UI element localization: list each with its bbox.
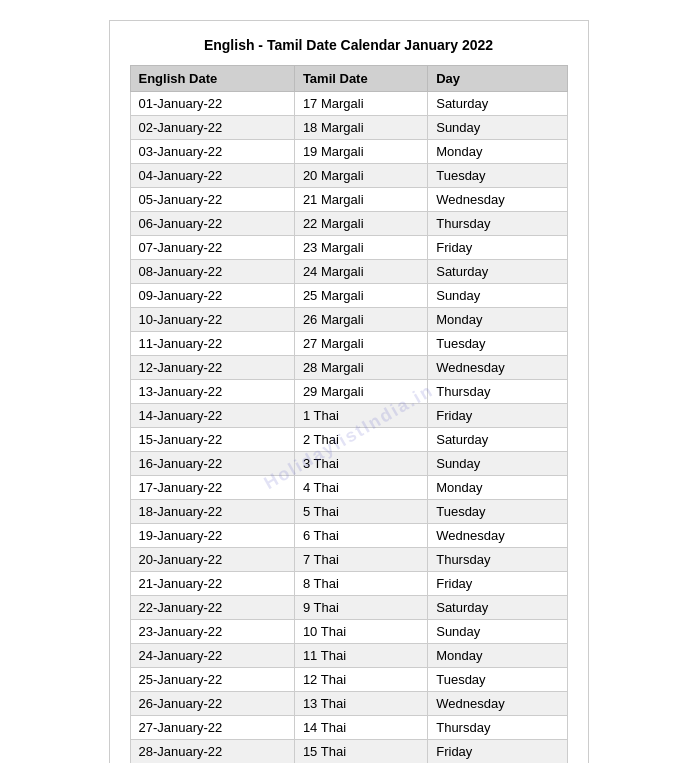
table-row: 04-January-2220 MargaliTuesday — [130, 164, 567, 188]
calendar-title: English - Tamil Date Calendar January 20… — [130, 37, 568, 53]
cell-22-1: 10 Thai — [294, 620, 427, 644]
table-row: 18-January-225 ThaiTuesday — [130, 500, 567, 524]
cell-15-2: Sunday — [428, 452, 567, 476]
cell-21-1: 9 Thai — [294, 596, 427, 620]
table-row: 23-January-2210 ThaiSunday — [130, 620, 567, 644]
cell-18-2: Wednesday — [428, 524, 567, 548]
cell-17-0: 18-January-22 — [130, 500, 294, 524]
table-row: 06-January-2222 MargaliThursday — [130, 212, 567, 236]
cell-27-2: Friday — [428, 740, 567, 764]
cell-21-0: 22-January-22 — [130, 596, 294, 620]
table-row: 15-January-222 ThaiSaturday — [130, 428, 567, 452]
table-row: 12-January-2228 MargaliWednesday — [130, 356, 567, 380]
cell-2-0: 03-January-22 — [130, 140, 294, 164]
cell-5-0: 06-January-22 — [130, 212, 294, 236]
table-row: 09-January-2225 MargaliSunday — [130, 284, 567, 308]
cell-11-1: 28 Margali — [294, 356, 427, 380]
cell-8-1: 25 Margali — [294, 284, 427, 308]
cell-20-2: Friday — [428, 572, 567, 596]
cell-23-1: 11 Thai — [294, 644, 427, 668]
cell-5-2: Thursday — [428, 212, 567, 236]
table-row: 17-January-224 ThaiMonday — [130, 476, 567, 500]
table-row: 22-January-229 ThaiSaturday — [130, 596, 567, 620]
table-row: 24-January-2211 ThaiMonday — [130, 644, 567, 668]
cell-24-2: Tuesday — [428, 668, 567, 692]
cell-18-1: 6 Thai — [294, 524, 427, 548]
cell-8-0: 09-January-22 — [130, 284, 294, 308]
cell-16-1: 4 Thai — [294, 476, 427, 500]
cell-27-1: 15 Thai — [294, 740, 427, 764]
cell-10-2: Tuesday — [428, 332, 567, 356]
cell-19-2: Thursday — [428, 548, 567, 572]
cell-16-2: Monday — [428, 476, 567, 500]
cell-2-1: 19 Margali — [294, 140, 427, 164]
cell-12-2: Thursday — [428, 380, 567, 404]
table-row: 20-January-227 ThaiThursday — [130, 548, 567, 572]
cell-16-0: 17-January-22 — [130, 476, 294, 500]
cell-24-1: 12 Thai — [294, 668, 427, 692]
cell-4-0: 05-January-22 — [130, 188, 294, 212]
cell-3-1: 20 Margali — [294, 164, 427, 188]
cell-10-1: 27 Margali — [294, 332, 427, 356]
cell-10-0: 11-January-22 — [130, 332, 294, 356]
cell-26-2: Thursday — [428, 716, 567, 740]
cell-22-0: 23-January-22 — [130, 620, 294, 644]
table-row: 01-January-2217 MargaliSaturday — [130, 92, 567, 116]
cell-27-0: 28-January-22 — [130, 740, 294, 764]
cell-14-0: 15-January-22 — [130, 428, 294, 452]
col-tamil-date: Tamil Date — [294, 66, 427, 92]
col-english-date: English Date — [130, 66, 294, 92]
cell-4-1: 21 Margali — [294, 188, 427, 212]
table-row: 13-January-2229 MargaliThursday — [130, 380, 567, 404]
cell-25-1: 13 Thai — [294, 692, 427, 716]
table-row: 25-January-2212 ThaiTuesday — [130, 668, 567, 692]
cell-7-0: 08-January-22 — [130, 260, 294, 284]
cell-15-0: 16-January-22 — [130, 452, 294, 476]
cell-12-1: 29 Margali — [294, 380, 427, 404]
table-row: 28-January-2215 ThaiFriday — [130, 740, 567, 764]
table-header-row: English Date Tamil Date Day — [130, 66, 567, 92]
cell-23-2: Monday — [428, 644, 567, 668]
cell-20-1: 8 Thai — [294, 572, 427, 596]
cell-17-2: Tuesday — [428, 500, 567, 524]
cell-15-1: 3 Thai — [294, 452, 427, 476]
cell-20-0: 21-January-22 — [130, 572, 294, 596]
cell-21-2: Saturday — [428, 596, 567, 620]
table-row: 16-January-223 ThaiSunday — [130, 452, 567, 476]
cell-0-0: 01-January-22 — [130, 92, 294, 116]
calendar-container: HolidaylistIndia.in English - Tamil Date… — [109, 20, 589, 763]
cell-3-0: 04-January-22 — [130, 164, 294, 188]
cell-0-2: Saturday — [428, 92, 567, 116]
cell-5-1: 22 Margali — [294, 212, 427, 236]
cell-17-1: 5 Thai — [294, 500, 427, 524]
cell-9-2: Monday — [428, 308, 567, 332]
table-row: 07-January-2223 MargaliFriday — [130, 236, 567, 260]
table-row: 21-January-228 ThaiFriday — [130, 572, 567, 596]
cell-25-0: 26-January-22 — [130, 692, 294, 716]
cell-2-2: Monday — [428, 140, 567, 164]
table-row: 26-January-2213 ThaiWednesday — [130, 692, 567, 716]
calendar-table: English Date Tamil Date Day 01-January-2… — [130, 65, 568, 763]
table-row: 03-January-2219 MargaliMonday — [130, 140, 567, 164]
cell-11-2: Wednesday — [428, 356, 567, 380]
table-row: 14-January-221 ThaiFriday — [130, 404, 567, 428]
cell-1-2: Sunday — [428, 116, 567, 140]
cell-14-2: Saturday — [428, 428, 567, 452]
cell-19-0: 20-January-22 — [130, 548, 294, 572]
cell-3-2: Tuesday — [428, 164, 567, 188]
cell-14-1: 2 Thai — [294, 428, 427, 452]
cell-23-0: 24-January-22 — [130, 644, 294, 668]
table-row: 05-January-2221 MargaliWednesday — [130, 188, 567, 212]
table-row: 02-January-2218 MargaliSunday — [130, 116, 567, 140]
cell-6-1: 23 Margali — [294, 236, 427, 260]
cell-1-0: 02-January-22 — [130, 116, 294, 140]
table-row: 10-January-2226 MargaliMonday — [130, 308, 567, 332]
col-day: Day — [428, 66, 567, 92]
cell-13-1: 1 Thai — [294, 404, 427, 428]
cell-18-0: 19-January-22 — [130, 524, 294, 548]
cell-8-2: Sunday — [428, 284, 567, 308]
table-row: 08-January-2224 MargaliSaturday — [130, 260, 567, 284]
cell-4-2: Wednesday — [428, 188, 567, 212]
table-row: 27-January-2214 ThaiThursday — [130, 716, 567, 740]
cell-13-0: 14-January-22 — [130, 404, 294, 428]
